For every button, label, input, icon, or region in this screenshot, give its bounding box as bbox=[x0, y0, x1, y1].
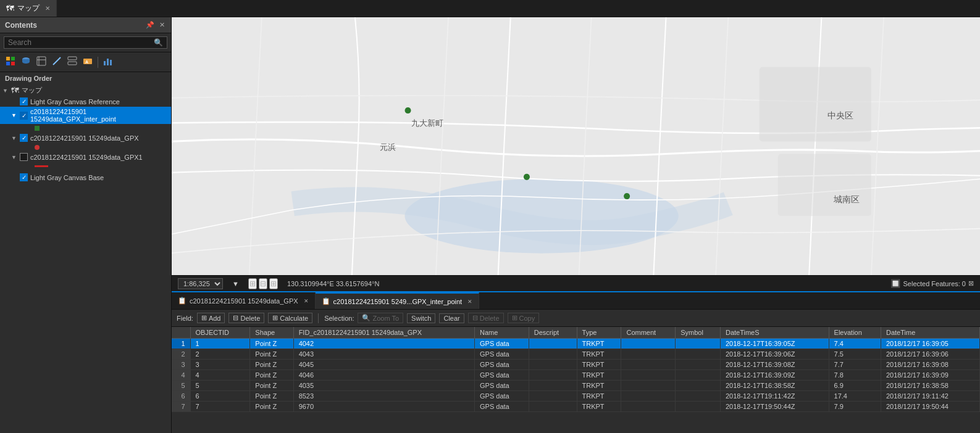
collapse-button[interactable]: ⊠ bbox=[968, 279, 974, 287]
layer-item-gpx-inter[interactable]: ▼ ✓ c20181224215901 15249data_GPX_inter_… bbox=[0, 107, 171, 124]
table-row[interactable]: 6 6 Point Z 8523 GPS data TRKPT 2018-12-… bbox=[172, 391, 980, 402]
switch-label: Switch bbox=[411, 315, 431, 322]
red-line-symbol bbox=[35, 165, 48, 167]
layer-item-gpx1[interactable]: ▼ c20181224215901 15249data_GPX1 bbox=[0, 152, 171, 162]
chart-button[interactable] bbox=[101, 55, 115, 69]
delete-selection-button[interactable]: ⊟ Delete bbox=[468, 313, 504, 323]
add-data-button[interactable] bbox=[19, 55, 33, 69]
sidebar-header: Contents 📌 ✕ bbox=[0, 17, 171, 33]
scale-layers-button[interactable]: ⊞ bbox=[248, 278, 257, 289]
symbology-button[interactable] bbox=[35, 55, 48, 69]
cell-type: TRKPT bbox=[577, 349, 621, 360]
table-row[interactable]: 4 4 Point Z 4046 GPS data TRKPT 2018-12-… bbox=[172, 370, 980, 381]
cell-fid: 8523 bbox=[293, 391, 474, 402]
cell-elevation: 7.4 bbox=[829, 339, 881, 349]
table-row[interactable]: 3 3 Point Z 4045 GPS data TRKPT 2018-12-… bbox=[172, 360, 980, 370]
table-row[interactable]: 1 1 Point Z 4042 GPS data TRKPT 2018-12-… bbox=[172, 339, 980, 349]
label-button[interactable]: A bbox=[81, 55, 94, 69]
svg-rect-14 bbox=[107, 59, 109, 65]
layer-item-gpx[interactable]: ▼ ✓ c20181224215901 15249data_GPX bbox=[0, 133, 171, 143]
expand-icon-gpx: ▼ bbox=[11, 135, 17, 141]
cell-datetimes: 2018-12-17T16:38:58Z bbox=[720, 381, 829, 391]
layer-name-gpx1: c20181224215901 15249data_GPX1 bbox=[30, 154, 167, 161]
layer-name-lgcb: Light Gray Canvas Base bbox=[30, 174, 167, 181]
scale-grid-button[interactable]: ⊞ bbox=[269, 278, 278, 289]
row-num: 5 bbox=[172, 381, 190, 391]
copy-button[interactable]: ⊞ Copy bbox=[508, 313, 540, 323]
attr-tab-gpx[interactable]: 📋 c20181224215901 15249data_GPX ✕ bbox=[172, 292, 316, 309]
cell-elevation: 6.9 bbox=[829, 381, 881, 391]
col-header-num[interactable] bbox=[172, 327, 190, 339]
map-tab[interactable]: 🗺 マップ ✕ bbox=[0, 0, 57, 17]
attribute-table: OBJECTID Shape FID_c20181224215901 15249… bbox=[172, 327, 980, 433]
attr-tab-gpx-inter[interactable]: 📋 c20181224215901 5249...GPX_inter_point… bbox=[316, 292, 480, 309]
row-num: 6 bbox=[172, 391, 190, 402]
layer-item-lgcb[interactable]: ✓ Light Gray Canvas Base bbox=[0, 172, 171, 183]
add-field-button[interactable]: ⊞ Add bbox=[197, 313, 225, 323]
table-row[interactable]: 7 7 Point Z 9670 GPS data TRKPT 2018-12-… bbox=[172, 402, 980, 412]
red-dot-symbol bbox=[35, 145, 40, 150]
line-tool-button[interactable] bbox=[50, 55, 64, 69]
col-header-comment[interactable]: Comment bbox=[621, 327, 676, 339]
col-header-name[interactable]: Name bbox=[475, 327, 529, 339]
cell-shape: Point Z bbox=[250, 339, 293, 349]
col-header-objectid[interactable]: OBJECTID bbox=[190, 327, 250, 339]
map-view[interactable]: 九大新町 元浜 中央区 城南区 粕屋町 bbox=[172, 17, 980, 275]
cell-datetime: 2018/12/17 16:38:58 bbox=[881, 381, 980, 391]
checkbox-gpx-inter[interactable]: ✓ bbox=[20, 112, 28, 120]
calculate-button[interactable]: ⊞ Calculate bbox=[268, 313, 312, 323]
cell-datetime: 2018/12/17 16:39:09 bbox=[881, 370, 980, 381]
checkbox-gpx[interactable]: ✓ bbox=[20, 134, 28, 142]
toolbar-sep1 bbox=[318, 313, 319, 323]
attr-tab-gpx-close[interactable]: ✕ bbox=[304, 298, 309, 304]
col-header-shape[interactable]: Shape bbox=[250, 327, 293, 339]
layer-item-lgcr[interactable]: ✓ Light Gray Canvas Reference bbox=[0, 96, 171, 107]
col-header-datetimes[interactable]: DateTimeS bbox=[720, 327, 829, 339]
cell-objectid: 1 bbox=[190, 339, 250, 349]
cell-datetime: 2018/12/17 16:39:08 bbox=[881, 360, 980, 370]
layer-item-map-group[interactable]: ▼ 🗺 マップ bbox=[0, 85, 171, 96]
cell-objectid: 7 bbox=[190, 402, 250, 412]
zoom-to-button[interactable]: 🔍 Zoom To bbox=[358, 313, 403, 323]
col-header-fid[interactable]: FID_c20181224215901 15249data_GPX bbox=[293, 327, 474, 339]
map-tab-close[interactable]: ✕ bbox=[45, 5, 50, 12]
attr-tab-gpx-inter-close[interactable]: ✕ bbox=[467, 299, 472, 305]
checkbox-lgcr[interactable]: ✓ bbox=[20, 97, 28, 105]
checkbox-gpx1[interactable] bbox=[20, 153, 28, 161]
cell-type: TRKPT bbox=[577, 381, 621, 391]
cell-elevation: 7.7 bbox=[829, 360, 881, 370]
scale-selector[interactable]: 1:86,325 bbox=[178, 278, 223, 289]
cell-shape: Point Z bbox=[250, 402, 293, 412]
group-layer-button[interactable] bbox=[65, 55, 79, 69]
svg-rect-1 bbox=[11, 57, 15, 60]
table-row[interactable]: 2 2 Point Z 4043 GPS data TRKPT 2018-12-… bbox=[172, 349, 980, 360]
clear-button[interactable]: Clear bbox=[439, 313, 464, 323]
map-container: 九大新町 元浜 中央区 城南区 粕屋町 1:86,325 ▼ ⊞ ⊟ ⊞ 130… bbox=[172, 17, 980, 433]
cell-shape: Point Z bbox=[250, 370, 293, 381]
table-row[interactable]: 5 5 Point Z 4035 GPS data TRKPT 2018-12-… bbox=[172, 381, 980, 391]
cell-name: GPS data bbox=[475, 339, 529, 349]
cell-type: TRKPT bbox=[577, 360, 621, 370]
search-input[interactable] bbox=[8, 38, 154, 47]
col-header-datetime[interactable]: DateTime bbox=[881, 327, 980, 339]
cell-descript bbox=[529, 360, 577, 370]
delete-field-button[interactable]: ⊟ Delete bbox=[228, 313, 264, 323]
switch-button[interactable]: Switch bbox=[407, 313, 435, 323]
close-sidebar-button[interactable]: ✕ bbox=[158, 21, 166, 29]
checkbox-lgcb[interactable]: ✓ bbox=[20, 173, 28, 181]
col-header-type[interactable]: Type bbox=[577, 327, 621, 339]
drawing-order-label: Drawing Order bbox=[0, 72, 171, 83]
add-layer-button[interactable] bbox=[4, 55, 17, 69]
col-header-elevation[interactable]: Elevation bbox=[829, 327, 881, 339]
scale-table-button[interactable]: ⊟ bbox=[259, 278, 267, 289]
col-header-descript[interactable]: Descript bbox=[529, 327, 577, 339]
cell-datetimes: 2018-12-17T16:39:06Z bbox=[720, 349, 829, 360]
selected-features: 🔲 Selected Features: 0 ⊠ bbox=[890, 279, 974, 288]
col-header-symbol[interactable]: Symbol bbox=[676, 327, 721, 339]
delete-selection-icon: ⊟ bbox=[472, 314, 478, 322]
attr-tab-gpx-inter-label: c20181224215901 5249...GPX_inter_point bbox=[333, 298, 463, 305]
cell-descript bbox=[529, 370, 577, 381]
cell-objectid: 2 bbox=[190, 349, 250, 360]
pin-button[interactable]: 📌 bbox=[144, 21, 156, 29]
svg-rect-15 bbox=[110, 60, 112, 65]
